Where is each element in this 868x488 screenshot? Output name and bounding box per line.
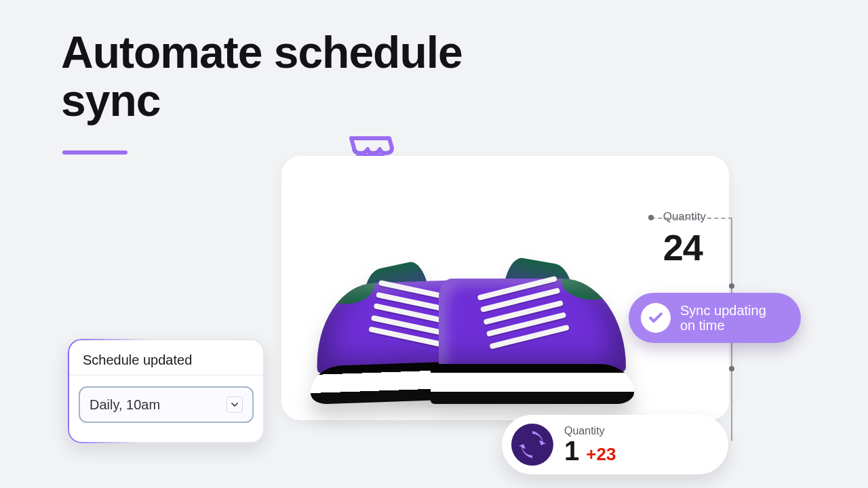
connector-line	[651, 218, 732, 219]
schedule-card: Schedule updated Daily, 10am	[68, 339, 264, 443]
product-card: Quantity 24	[281, 156, 729, 420]
check-circle-icon	[641, 303, 671, 333]
sync-arrows-icon	[511, 424, 553, 466]
product-image	[302, 203, 641, 407]
connector-dot	[729, 283, 734, 289]
sync-status-text: Sync updating on time	[680, 303, 782, 333]
title-line-2: sync	[61, 77, 462, 125]
quantity-value: 24	[663, 226, 706, 268]
title-line-1: Automate schedule	[61, 28, 462, 77]
connector-dot	[729, 366, 734, 371]
schedule-selected-value: Daily, 10am	[90, 397, 160, 413]
quantity-label: Quantity	[663, 210, 706, 224]
sync-status-pill: Sync updating on time	[629, 293, 801, 343]
quantity-update-card: Quantity 1 +23	[502, 415, 728, 474]
quantity-label: Quantity	[564, 425, 616, 437]
schedule-heading: Schedule updated	[69, 340, 263, 375]
title-underline	[62, 150, 127, 155]
page-title: Automate schedule sync	[61, 28, 462, 125]
quantity-value: 1	[564, 437, 579, 464]
quantity-delta: +23	[586, 444, 616, 465]
chevron-down-icon	[226, 396, 243, 413]
schedule-dropdown[interactable]: Daily, 10am	[79, 386, 254, 423]
connector-dot	[648, 215, 654, 220]
